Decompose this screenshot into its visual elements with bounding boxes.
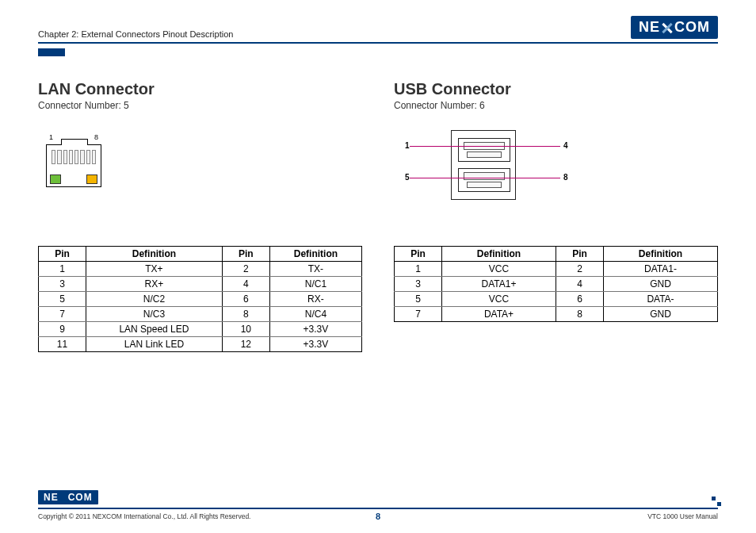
table-header: Pin xyxy=(556,247,604,262)
table-cell: RX- xyxy=(269,292,361,307)
copyright-text: Copyright © 2011 NEXCOM International Co… xyxy=(38,512,250,520)
table-cell: 4 xyxy=(222,277,269,292)
usb-pinout-table: Pin Definition Pin Definition 1VCC2DATA1… xyxy=(394,246,718,322)
page-footer: NE COM Copyright © 2011 NEXCOM Internati… xyxy=(38,508,718,520)
table-cell: LAN Speed LED xyxy=(86,322,223,337)
table-cell: DATA1+ xyxy=(442,277,556,292)
table-cell: VCC xyxy=(442,292,556,307)
page-header: Chapter 2: External Connectors Pinout De… xyxy=(38,16,718,44)
table-header: Definition xyxy=(442,247,556,262)
corner-ornament-icon xyxy=(712,497,721,506)
table-cell: 7 xyxy=(395,307,442,322)
usb-pin-label: 1 xyxy=(405,141,410,150)
table-cell: 1 xyxy=(39,262,86,277)
lan-title: LAN Connector xyxy=(38,80,362,98)
table-cell: 12 xyxy=(222,337,269,352)
usb-pin-label: 4 xyxy=(563,141,568,150)
table-cell: N/C1 xyxy=(269,277,361,292)
table-cell: LAN Link LED xyxy=(86,337,223,352)
pin-guide-line xyxy=(410,146,560,147)
table-cell: N/C3 xyxy=(86,307,223,322)
table-cell: 4 xyxy=(556,277,604,292)
rj45-connector-icon xyxy=(46,144,101,187)
table-row: 3DATA1+4GND xyxy=(395,277,718,292)
table-cell: +3.3V xyxy=(269,322,361,337)
table-header: Pin xyxy=(39,247,86,262)
table-cell: 9 xyxy=(39,322,86,337)
lan-speed-led-icon xyxy=(50,174,61,184)
brand-text-pre: NE xyxy=(639,19,660,36)
table-cell: DATA1- xyxy=(604,262,718,277)
table-row: 3RX+4N/C1 xyxy=(39,277,362,292)
table-row: 7DATA+8GND xyxy=(395,307,718,322)
brand-logo: NE COM xyxy=(631,16,718,39)
manual-name: VTC 1000 User Manual xyxy=(647,512,718,520)
table-header: Pin xyxy=(395,247,442,262)
footer-logo: NE COM xyxy=(38,490,98,504)
lan-link-led-icon xyxy=(86,174,97,184)
table-cell: 6 xyxy=(556,292,604,307)
table-row: 5VCC6DATA- xyxy=(395,292,718,307)
table-cell: 10 xyxy=(222,322,269,337)
table-cell: TX+ xyxy=(86,262,223,277)
table-cell: 8 xyxy=(222,307,269,322)
table-row: 7N/C38N/C4 xyxy=(39,307,362,322)
table-cell: DATA- xyxy=(604,292,718,307)
lan-subtitle: Connector Number: 5 xyxy=(38,100,362,111)
table-cell: DATA+ xyxy=(442,307,556,322)
lan-table-body: 1TX+2TX-3RX+4N/C15N/C26RX-7N/C38N/C49LAN… xyxy=(39,262,362,352)
table-cell: 1 xyxy=(395,262,442,277)
table-row: 1VCC2DATA1- xyxy=(395,262,718,277)
lan-diagram: 1 8 xyxy=(38,127,362,238)
table-cell: 8 xyxy=(556,307,604,322)
table-cell: 7 xyxy=(39,307,86,322)
usb-subtitle: Connector Number: 6 xyxy=(394,100,718,111)
page-number: 8 xyxy=(376,512,380,521)
table-cell: N/C2 xyxy=(86,292,223,307)
table-cell: 11 xyxy=(39,337,86,352)
table-cell: 3 xyxy=(39,277,86,292)
brand-text-post: COM xyxy=(674,19,710,36)
table-cell: N/C4 xyxy=(269,307,361,322)
usb-diagram: 1 4 5 8 xyxy=(394,127,718,238)
lan-pinout-table: Pin Definition Pin Definition 1TX+2TX-3R… xyxy=(38,246,362,352)
lan-section: LAN Connector Connector Number: 5 1 8 xyxy=(38,80,362,352)
lan-pin-label-left: 1 xyxy=(49,133,53,141)
lan-pin-label-right: 8 xyxy=(94,133,98,141)
accent-bar xyxy=(38,48,65,56)
table-cell: TX- xyxy=(269,262,361,277)
table-cell: 5 xyxy=(39,292,86,307)
usb-connector-icon xyxy=(451,130,516,200)
usb-pin-label: 8 xyxy=(563,173,568,182)
usb-title: USB Connector xyxy=(394,80,718,98)
table-header: Definition xyxy=(86,247,223,262)
table-row: 5N/C26RX- xyxy=(39,292,362,307)
usb-section: USB Connector Connector Number: 6 xyxy=(394,80,718,352)
table-row: 9LAN Speed LED10+3.3V xyxy=(39,322,362,337)
table-header: Definition xyxy=(604,247,718,262)
table-row: 11LAN Link LED12+3.3V xyxy=(39,337,362,352)
usb-table-body: 1VCC2DATA1-3DATA1+4GND5VCC6DATA-7DATA+8G… xyxy=(395,262,718,322)
chapter-title: Chapter 2: External Connectors Pinout De… xyxy=(38,29,233,39)
table-cell: 5 xyxy=(395,292,442,307)
table-cell: 2 xyxy=(222,262,269,277)
table-row: 1TX+2TX- xyxy=(39,262,362,277)
table-cell: VCC xyxy=(442,262,556,277)
table-cell: 6 xyxy=(222,292,269,307)
table-header: Pin xyxy=(222,247,269,262)
brand-x-icon xyxy=(60,494,66,500)
usb-pin-label: 5 xyxy=(405,173,410,182)
brand-x-icon xyxy=(661,21,674,34)
table-cell: RX+ xyxy=(86,277,223,292)
table-cell: 2 xyxy=(556,262,604,277)
table-header: Definition xyxy=(269,247,361,262)
table-cell: GND xyxy=(604,307,718,322)
table-cell: GND xyxy=(604,277,718,292)
table-cell: 3 xyxy=(395,277,442,292)
pin-guide-line xyxy=(410,178,560,178)
table-cell: +3.3V xyxy=(269,337,361,352)
